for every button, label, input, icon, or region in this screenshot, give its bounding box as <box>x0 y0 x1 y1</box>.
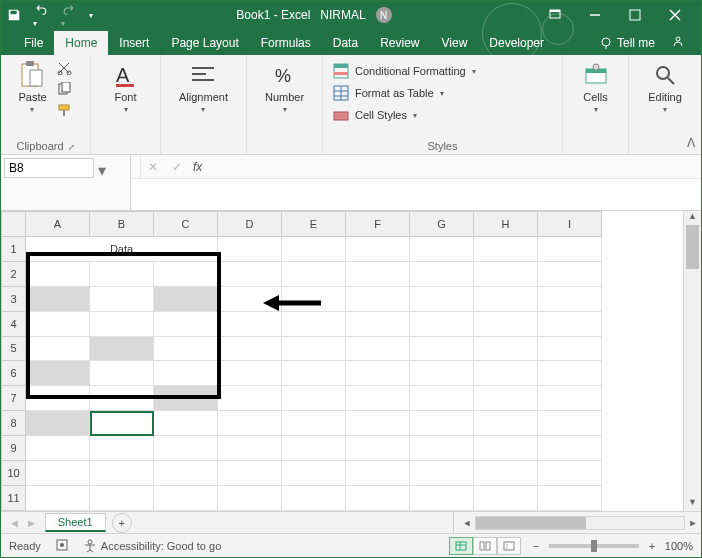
scroll-left-icon[interactable]: ◄ <box>459 518 475 528</box>
accessibility-status[interactable]: Accessibility: Good to go <box>83 539 221 553</box>
redo-icon[interactable]: ▾ <box>61 1 77 29</box>
cell[interactable] <box>26 461 90 486</box>
cell[interactable] <box>346 336 410 361</box>
cell[interactable] <box>218 261 282 286</box>
col-header-E[interactable]: E <box>282 212 346 237</box>
cell[interactable] <box>218 336 282 361</box>
save-icon[interactable] <box>7 8 21 22</box>
maximize-icon[interactable] <box>615 1 655 29</box>
cell[interactable] <box>410 485 474 510</box>
cell[interactable] <box>26 386 90 411</box>
name-box-input[interactable] <box>4 158 94 178</box>
editing-group-button[interactable]: Editing ▾ <box>648 61 682 114</box>
cell[interactable] <box>410 411 474 436</box>
cell[interactable] <box>538 286 602 311</box>
cell[interactable] <box>90 261 154 286</box>
cell[interactable] <box>410 311 474 336</box>
col-header-A[interactable]: A <box>26 212 90 237</box>
col-header-H[interactable]: H <box>474 212 538 237</box>
cell[interactable] <box>154 336 218 361</box>
cell[interactable] <box>90 485 154 510</box>
col-header-D[interactable]: D <box>218 212 282 237</box>
row-header-5[interactable]: 5 <box>2 336 26 361</box>
cell-A8[interactable] <box>26 411 90 436</box>
scrollbar-thumb[interactable] <box>686 225 699 269</box>
row-header-3[interactable]: 3 <box>2 286 26 311</box>
cell[interactable] <box>154 411 218 436</box>
cell[interactable] <box>282 436 346 461</box>
formula-bar-expanded[interactable] <box>131 179 701 210</box>
cell[interactable] <box>538 386 602 411</box>
row-header-1[interactable]: 1 <box>2 236 26 261</box>
cell[interactable] <box>218 485 282 510</box>
tab-file[interactable]: File <box>13 31 54 55</box>
cell[interactable] <box>474 336 538 361</box>
cell-B5[interactable] <box>90 336 154 361</box>
cell[interactable] <box>90 386 154 411</box>
cell[interactable] <box>410 386 474 411</box>
cell[interactable] <box>538 485 602 510</box>
conditional-formatting-button[interactable]: Conditional Formatting ▾ <box>333 63 476 79</box>
row-header-11[interactable]: 11 <box>2 485 26 510</box>
tab-formulas[interactable]: Formulas <box>250 31 322 55</box>
row-header-8[interactable]: 8 <box>2 411 26 436</box>
cell[interactable] <box>474 411 538 436</box>
enter-formula-icon[interactable]: ✓ <box>165 160 189 174</box>
cell[interactable] <box>538 336 602 361</box>
new-sheet-button[interactable]: + <box>112 513 132 533</box>
tab-home[interactable]: Home <box>54 31 108 55</box>
cell[interactable] <box>474 361 538 386</box>
tab-review[interactable]: Review <box>369 31 430 55</box>
cell[interactable] <box>90 436 154 461</box>
cell[interactable] <box>474 461 538 486</box>
cell[interactable] <box>154 485 218 510</box>
cell[interactable] <box>154 361 218 386</box>
vertical-scrollbar[interactable]: ▲ ▼ <box>683 211 701 511</box>
cell[interactable] <box>346 436 410 461</box>
row-header-9[interactable]: 9 <box>2 436 26 461</box>
spreadsheet-grid[interactable]: A B C D E F G H I 1 Data 2 3 4 5 6 <box>1 211 602 511</box>
cell[interactable] <box>26 336 90 361</box>
zoom-slider-thumb[interactable] <box>591 540 597 552</box>
cell-C3[interactable] <box>154 286 218 311</box>
cell[interactable] <box>218 436 282 461</box>
col-header-I[interactable]: I <box>538 212 602 237</box>
cell[interactable] <box>26 261 90 286</box>
cell[interactable] <box>282 411 346 436</box>
row-header-7[interactable]: 7 <box>2 386 26 411</box>
name-box-dropdown-icon[interactable]: ▾ <box>94 158 110 183</box>
cell[interactable] <box>282 386 346 411</box>
col-header-G[interactable]: G <box>410 212 474 237</box>
cell[interactable] <box>474 436 538 461</box>
alignment-group-button[interactable]: Alignment ▾ <box>179 61 228 114</box>
cell[interactable] <box>218 361 282 386</box>
cell[interactable] <box>346 286 410 311</box>
row-header-10[interactable]: 10 <box>2 461 26 486</box>
share-icon[interactable] <box>663 35 693 52</box>
cell[interactable] <box>282 261 346 286</box>
cell[interactable] <box>538 311 602 336</box>
cell[interactable] <box>538 461 602 486</box>
copy-icon[interactable] <box>57 82 73 99</box>
undo-icon[interactable]: ▾ <box>33 1 49 29</box>
format-as-table-button[interactable]: Format as Table ▾ <box>333 85 476 101</box>
cell[interactable] <box>90 361 154 386</box>
cell[interactable] <box>410 461 474 486</box>
cell[interactable] <box>538 411 602 436</box>
cell[interactable] <box>474 261 538 286</box>
cell[interactable] <box>410 336 474 361</box>
minimize-icon[interactable] <box>575 1 615 29</box>
cell[interactable] <box>474 236 538 261</box>
cell-A3[interactable] <box>26 286 90 311</box>
cell[interactable] <box>26 311 90 336</box>
view-normal-icon[interactable] <box>449 537 473 555</box>
sheet-tab-sheet1[interactable]: Sheet1 <box>45 513 106 532</box>
cell[interactable] <box>282 236 346 261</box>
cell[interactable] <box>538 361 602 386</box>
number-group-button[interactable]: % Number ▾ <box>265 61 304 114</box>
tab-view[interactable]: View <box>431 31 479 55</box>
cell[interactable] <box>154 436 218 461</box>
scroll-up-icon[interactable]: ▲ <box>684 211 701 225</box>
cell[interactable] <box>218 411 282 436</box>
cell[interactable] <box>474 485 538 510</box>
